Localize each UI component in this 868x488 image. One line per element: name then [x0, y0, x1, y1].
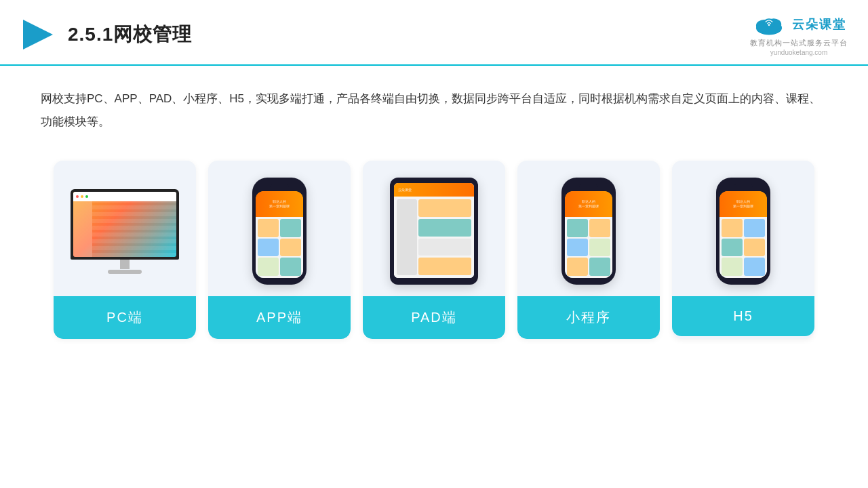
card-app: 职达人的第一堂判题课: [208, 161, 351, 339]
phone-screen-h5-inner: 职达人的第一堂判题课: [719, 191, 767, 278]
card-pc-image: [54, 161, 196, 296]
logo-area: 云朵课堂 教育机构一站式服务云平台 yunduoketang.com: [750, 12, 848, 56]
phone-top-banner-h5: 职达人的第一堂判题课: [719, 191, 767, 217]
monitor-screen-wrap: [71, 189, 179, 260]
phone-mockup-miniapp: 职达人的第一堂判题课: [561, 178, 616, 285]
pad-sidebar: [397, 199, 417, 275]
card-miniapp: 职达人的第一堂判题课: [517, 161, 660, 339]
screen-main: [92, 201, 176, 257]
screen-dot-green: [85, 195, 88, 198]
pad-top-bar: 云朵课堂: [394, 183, 474, 197]
monitor-screen: [73, 192, 176, 257]
phone-screen-h5: 职达人的第一堂判题课: [719, 191, 767, 278]
phone-frame-miniapp: 职达人的第一堂判题课: [561, 178, 616, 285]
pad-frame: 云朵课堂: [390, 178, 478, 285]
phone-screen-miniapp: 职达人的第一堂判题课: [565, 191, 612, 278]
phone-frame-h5: 职达人的第一堂判题课: [716, 178, 770, 285]
monitor-stand: [120, 260, 130, 269]
phone-content-grid-miniapp: [565, 217, 612, 278]
phone-content-grid-app: [256, 217, 303, 278]
header: 2.5.1网校管理 云朵课堂 教育机构一站式服务云平台 yunduoketang…: [0, 0, 868, 66]
phone-frame-app: 职达人的第一堂判题课: [252, 178, 307, 285]
card-app-label: APP端: [208, 296, 351, 339]
card-app-image: 职达人的第一堂判题课: [208, 161, 351, 296]
screen-bar: [73, 192, 176, 201]
card-miniapp-label: 小程序: [517, 296, 660, 339]
phone-mockup-app: 职达人的第一堂判题课: [252, 178, 307, 285]
card-h5-image: 职达人的第一堂判题课: [672, 161, 814, 296]
pad-main-content: [418, 199, 471, 275]
pad-mockup: 云朵课堂: [390, 178, 478, 285]
card-pc-label: PC端: [54, 296, 196, 339]
phone-content-grid-h5: [719, 217, 767, 278]
pad-body: [394, 197, 474, 278]
card-pad: 云朵课堂: [363, 161, 505, 339]
screen-dot-red: [76, 195, 79, 198]
header-left: 2.5.1网校管理: [20, 17, 192, 52]
card-pad-image: 云朵课堂: [363, 161, 505, 296]
logo-text: 云朵课堂: [792, 16, 846, 33]
cloud-icon: [751, 12, 787, 37]
card-h5: 职达人的第一堂判题课: [672, 161, 814, 339]
screen-sidebar: [73, 201, 92, 257]
phone-notch-h5: [734, 184, 753, 188]
screen-content: [73, 201, 176, 257]
card-h5-label: H5: [672, 296, 814, 336]
pad-screen-inner: 云朵课堂: [394, 183, 474, 278]
phone-notch-miniapp: [579, 184, 598, 188]
svg-point-5: [768, 24, 770, 26]
phone-notch-app: [270, 184, 289, 188]
card-pc: PC端: [54, 161, 196, 339]
phone-screen-miniapp-inner: 职达人的第一堂判题课: [565, 191, 612, 278]
monitor-screen-inner: [73, 192, 176, 257]
screen-dot-yellow: [81, 195, 83, 198]
phone-screen-app: 职达人的第一堂判题课: [256, 191, 303, 278]
play-icon: [20, 17, 56, 52]
card-miniapp-image: 职达人的第一堂判题课: [517, 161, 660, 296]
svg-marker-0: [23, 20, 53, 49]
phone-mockup-h5: 职达人的第一堂判题课: [716, 178, 770, 285]
phone-top-banner-miniapp: 职达人的第一堂判题课: [565, 191, 612, 217]
phone-screen-app-inner: 职达人的第一堂判题课: [256, 191, 303, 278]
pc-monitor: [71, 189, 179, 274]
cards-container: PC端 职达人的第一堂判题课: [0, 140, 868, 359]
logo-box: 云朵课堂: [751, 12, 846, 37]
page-title: 2.5.1网校管理: [68, 22, 192, 47]
logo-sub: 教育机构一站式服务云平台: [750, 38, 848, 48]
logo-url: yunduoketang.com: [770, 49, 828, 56]
phone-top-banner-app: 职达人的第一堂判题课: [256, 191, 303, 217]
monitor-base: [108, 270, 142, 274]
pad-screen: 云朵课堂: [394, 183, 474, 278]
description-text: 网校支持PC、APP、PAD、小程序、H5，实现多端打通，产品各终端自由切换，数…: [0, 66, 868, 140]
card-pad-label: PAD端: [363, 296, 505, 339]
